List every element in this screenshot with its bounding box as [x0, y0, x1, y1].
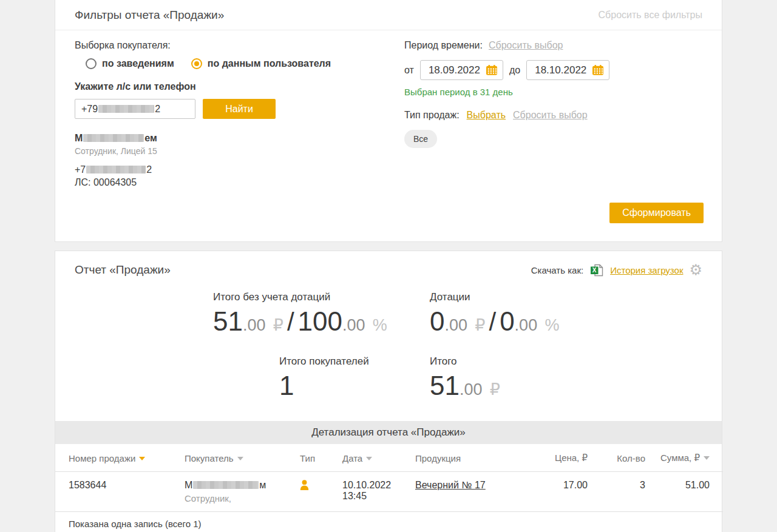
sale-time: 13:45	[342, 491, 405, 502]
generate-button[interactable]: Сформировать	[609, 203, 704, 223]
user-phone-end: 2	[146, 164, 152, 175]
sale-type-chip-all: Все	[404, 130, 437, 148]
table-header-row: Номер продажи Покупатель Тип Дата Продук…	[55, 444, 723, 472]
redacted-phone-segment	[98, 105, 154, 113]
date-to-label: до	[509, 65, 520, 76]
sale-number-cell: 1583644	[55, 472, 180, 512]
column-header-sum[interactable]: Сумма, ₽	[650, 444, 723, 472]
buyer-name: Мм	[185, 480, 290, 491]
details-banner: Детализация отчета «Продажи»	[55, 421, 722, 444]
calendar-icon[interactable]	[486, 65, 497, 75]
radio-checked-icon[interactable]	[191, 58, 202, 69]
buyer-subtitle: Сотрудник,	[185, 493, 290, 503]
person-icon	[300, 480, 309, 490]
gear-icon[interactable]: ⚙	[689, 264, 702, 276]
summary-total-buyers: Итого покупателей 1	[75, 355, 430, 406]
column-header-product[interactable]: Продукция	[410, 444, 523, 472]
product-link[interactable]: Вечерний № 17	[415, 480, 486, 490]
download-area: Скачать как: X История загрузок ⚙	[531, 264, 702, 277]
report-title: Отчет «Продажи»	[75, 263, 171, 277]
report-card: Отчет «Продажи» Скачать как: X История з…	[55, 251, 722, 532]
download-label: Скачать как:	[531, 265, 583, 275]
report-card-header: Отчет «Продажи» Скачать как: X История з…	[55, 251, 722, 283]
generate-row: Сформировать	[55, 188, 722, 241]
user-name-end: ем	[144, 133, 157, 143]
price-cell: 17.00	[523, 472, 592, 512]
column-header-buyer[interactable]: Покупатель	[180, 444, 295, 472]
report-summary: Итого без учета дотаций 51.00 ₽/100.00 %…	[55, 283, 722, 421]
sort-desc-icon[interactable]	[237, 457, 243, 460]
details-table: Номер продажи Покупатель Тип Дата Продук…	[55, 444, 723, 532]
table-row: 1583644 Мм Сотрудник, 10.10.2022 13:45	[55, 472, 723, 512]
period-panel: Период времени: Сбросить выбор от 18.09.…	[404, 40, 702, 188]
period-header-row: Период времени: Сбросить выбор	[404, 40, 702, 51]
phone-search-label: Укажите л/с или телефон	[75, 81, 404, 92]
sort-desc-icon[interactable]	[704, 456, 710, 460]
user-subtitle: Сотрудник, Лицей 15	[75, 146, 404, 156]
filters-title: Фильтры отчета «Продажи»	[75, 8, 224, 22]
type-cell	[295, 472, 338, 512]
phone-value-end: 2	[155, 104, 160, 115]
date-from-value: 18.09.2022	[429, 64, 480, 76]
buyer-selection-radios: по заведениям по данным пользователя	[86, 58, 404, 69]
sum-cell: 51.00	[650, 472, 723, 512]
phone-input[interactable]: +79 2	[75, 99, 195, 119]
column-header-price[interactable]: Цена, ₽	[523, 444, 592, 472]
buyer-selection-panel: Выборка покупателя: по заведениям по дан…	[75, 40, 404, 188]
sort-desc-icon[interactable]	[366, 457, 372, 460]
period-reset-link[interactable]: Сбросить выбор	[489, 40, 563, 51]
excel-download-button[interactable]: X	[589, 264, 604, 277]
reset-all-filters-link[interactable]: Сбросить все фильтры	[599, 10, 702, 21]
filters-body: Выборка покупателя: по заведениям по дан…	[55, 30, 722, 188]
find-button[interactable]: Найти	[203, 99, 276, 119]
summary-label: Итого покупателей	[279, 355, 430, 368]
date-from-label: от	[404, 65, 414, 76]
column-header-quantity[interactable]: Кол-во	[592, 444, 650, 472]
user-phone-start: +7	[75, 164, 86, 175]
summary-value: 51.00 ₽/100.00 %	[213, 305, 430, 342]
found-user-block: Мем Сотрудник, Лицей 15 +72 ЛС: 00064305	[75, 133, 404, 188]
table-footer-row: Показана одна запись (всего 1)	[55, 512, 723, 532]
radio-by-establishments-label: по заведениям	[102, 58, 174, 69]
radio-by-user-data[interactable]: по данным пользователя	[191, 58, 331, 69]
sale-type-row: Тип продаж: Выбрать Сбросить выбор	[404, 110, 702, 121]
radio-by-user-data-label: по данным пользователя	[208, 58, 331, 69]
summary-label: Итого без учета дотаций	[213, 291, 430, 303]
summary-label: Итого	[430, 355, 702, 368]
product-cell: Вечерний № 17	[410, 472, 523, 512]
sale-type-label: Тип продаж:	[404, 110, 460, 121]
date-to-value: 18.10.2022	[535, 64, 586, 76]
date-to-input[interactable]: 18.10.2022	[526, 60, 609, 80]
summary-total-no-subsidy: Итого без учета дотаций 51.00 ₽/100.00 %	[75, 291, 430, 342]
summary-value: 0.00 ₽/0.00 %	[430, 305, 702, 342]
sale-date: 10.10.2022	[342, 480, 405, 491]
redacted-name-segment	[83, 134, 144, 142]
radio-unchecked-icon[interactable]	[86, 58, 97, 69]
column-header-date[interactable]: Дата	[338, 444, 410, 472]
user-account-number: ЛС: 00064305	[75, 177, 404, 188]
summary-total: Итого 51.00 ₽	[430, 355, 702, 406]
sort-desc-active-icon[interactable]	[139, 457, 145, 460]
sale-type-reset-link[interactable]: Сбросить выбор	[513, 110, 588, 121]
redacted-user-phone-segment	[86, 166, 146, 173]
column-header-type[interactable]: Тип	[295, 444, 338, 472]
excel-file-icon[interactable]: X	[589, 264, 604, 277]
period-label: Период времени:	[404, 40, 483, 51]
date-from-input[interactable]: 18.09.2022	[420, 60, 503, 80]
date-range-row: от 18.09.2022	[404, 60, 702, 80]
calendar-icon[interactable]	[592, 65, 603, 75]
summary-subsidies: Дотации 0.00 ₽/0.00 %	[430, 291, 702, 342]
sale-type-choose-link[interactable]: Выбрать	[467, 110, 506, 121]
download-history-link[interactable]: История загрузок	[610, 265, 683, 275]
summary-value: 1	[279, 369, 430, 403]
summary-value: 51.00 ₽	[430, 369, 702, 406]
radio-by-establishments[interactable]: по заведениям	[86, 58, 174, 69]
phone-value-start: +79	[81, 104, 98, 115]
page: Фильтры отчета «Продажи» Сбросить все фи…	[55, 0, 722, 532]
column-header-sale-number[interactable]: Номер продажи	[55, 444, 180, 472]
user-name-start: М	[75, 133, 83, 143]
records-count-text: Показана одна запись (всего 1)	[55, 512, 723, 532]
buyer-cell: Мм Сотрудник,	[180, 472, 295, 512]
svg-text:X: X	[592, 267, 597, 274]
period-duration-hint: Выбран период в 31 день	[404, 87, 702, 97]
